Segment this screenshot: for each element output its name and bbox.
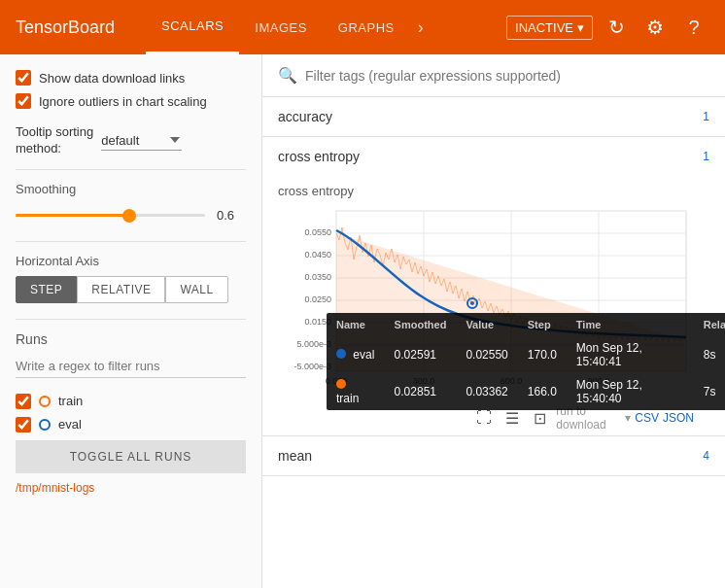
eval-relative: 8s bbox=[694, 336, 725, 373]
toggle-all-runs-button[interactable]: TOGGLE ALL RUNS bbox=[16, 440, 246, 473]
train-relative: 7s bbox=[694, 373, 725, 410]
eval-step: 170.0 bbox=[518, 336, 567, 373]
divider-2 bbox=[16, 241, 246, 242]
runs-section: Runs train eval TOGGLE ALL RUNS /tmp/mni… bbox=[16, 331, 246, 495]
help-button[interactable]: ? bbox=[678, 12, 709, 43]
tag-section-mean: mean 4 bbox=[262, 436, 725, 476]
axis-step-button[interactable]: STEP bbox=[16, 276, 77, 303]
tooltip-row-train: train 0.02851 0.03362 166.0 Mon Sep 12, … bbox=[327, 373, 725, 410]
eval-dot bbox=[336, 349, 346, 359]
tag-cross-entropy-name: cross entropy bbox=[278, 149, 360, 164]
eval-time: Mon Sep 12, 15:40:41 bbox=[567, 336, 694, 373]
divider-3 bbox=[16, 319, 246, 320]
svg-text:0.0550: 0.0550 bbox=[304, 227, 331, 237]
slider-track bbox=[16, 214, 205, 217]
display-options: Show data download links Ignore outliers… bbox=[16, 70, 246, 109]
show-download-links-label: Show data download links bbox=[39, 71, 185, 86]
axis-wall-button[interactable]: WALL bbox=[165, 276, 227, 303]
ignore-outliers-label: Ignore outliers in chart scaling bbox=[39, 94, 207, 109]
smoothing-row: 0.6 bbox=[16, 206, 246, 225]
inactive-dropdown[interactable]: INACTIVE ▾ bbox=[506, 16, 593, 40]
main-nav: SCALARS IMAGES GRAPHS › bbox=[146, 0, 506, 54]
run-eval-dot bbox=[39, 419, 51, 431]
train-dot bbox=[336, 379, 346, 389]
main-content: 🔍 accuracy 1 cross entropy 1 cross entro… bbox=[262, 54, 725, 588]
tooltip-row-eval: eval 0.02591 0.02550 170.0 Mon Sep 12, 1… bbox=[327, 336, 725, 373]
run-eval-checkbox[interactable] bbox=[16, 417, 31, 432]
tag-mean-count: 4 bbox=[703, 449, 709, 463]
settings-button[interactable]: ⚙ bbox=[639, 12, 671, 43]
search-input[interactable] bbox=[305, 68, 709, 84]
smoothing-slider[interactable] bbox=[16, 206, 205, 225]
csv-button[interactable]: CSV bbox=[635, 411, 659, 425]
axis-relative-button[interactable]: RELATIVE bbox=[77, 276, 165, 303]
chart-area: 0.0550 0.0450 0.0350 0.0250 0.0150 5.000… bbox=[278, 206, 709, 400]
tag-mean-name: mean bbox=[278, 448, 312, 464]
divider-1 bbox=[16, 169, 246, 170]
train-name-cell: train bbox=[327, 373, 385, 410]
nav-more-icon[interactable]: › bbox=[410, 17, 432, 38]
axis-buttons: STEP RELATIVE WALL bbox=[16, 276, 246, 303]
inactive-label: INACTIVE bbox=[515, 20, 573, 35]
run-to-download-arrow: ▾ bbox=[625, 411, 631, 425]
json-button[interactable]: JSON bbox=[663, 411, 694, 425]
tag-header-cross-entropy[interactable]: cross entropy 1 bbox=[262, 137, 725, 176]
log-path: /tmp/mnist-logs bbox=[16, 481, 246, 495]
eval-name-cell: eval bbox=[327, 336, 385, 373]
svg-point-23 bbox=[470, 301, 474, 305]
refresh-button[interactable]: ↻ bbox=[601, 12, 632, 43]
nav-scalars[interactable]: SCALARS bbox=[146, 0, 239, 54]
runs-filter-input[interactable] bbox=[16, 355, 246, 378]
tag-cross-entropy-count: 1 bbox=[703, 150, 709, 163]
svg-text:0.0350: 0.0350 bbox=[304, 272, 331, 282]
sidebar: Show data download links Ignore outliers… bbox=[0, 54, 262, 588]
train-smoothed: 0.02851 bbox=[385, 373, 457, 410]
svg-text:0.0450: 0.0450 bbox=[304, 250, 331, 259]
train-step: 166.0 bbox=[518, 373, 567, 410]
horizontal-axis-label: Horizontal Axis bbox=[16, 254, 246, 268]
tag-accuracy-count: 1 bbox=[703, 110, 709, 123]
horizontal-axis-section: Horizontal Axis STEP RELATIVE WALL bbox=[16, 254, 246, 303]
col-step: Step bbox=[518, 313, 567, 336]
chart-title: cross entropy bbox=[278, 184, 709, 198]
search-bar: 🔍 bbox=[262, 54, 725, 97]
show-download-links-row[interactable]: Show data download links bbox=[16, 70, 246, 86]
smoothing-section: Smoothing 0.6 bbox=[16, 182, 246, 225]
train-time: Mon Sep 12, 15:40:40 bbox=[567, 373, 694, 410]
col-time: Time bbox=[567, 313, 694, 336]
logo: TensorBoard bbox=[16, 17, 115, 38]
tag-section-accuracy: accuracy 1 bbox=[262, 97, 725, 137]
slider-thumb[interactable] bbox=[122, 209, 136, 223]
train-value: 0.03362 bbox=[456, 373, 517, 410]
col-smoothed: Smoothed bbox=[385, 313, 457, 336]
nav-graphs[interactable]: GRAPHS bbox=[323, 0, 410, 54]
col-name: Name bbox=[327, 313, 385, 336]
col-relative: Relative bbox=[694, 313, 725, 336]
smoothing-value: 0.6 bbox=[217, 208, 246, 223]
svg-text:0.0250: 0.0250 bbox=[304, 294, 331, 304]
tooltip-sorting-select[interactable]: default ascending descending nearest bbox=[101, 131, 182, 151]
runs-label: Runs bbox=[16, 331, 246, 347]
tooltip-table: Name Smoothed Value Step Time Relative bbox=[327, 313, 725, 410]
header: TensorBoard SCALARS IMAGES GRAPHS › INAC… bbox=[0, 0, 725, 54]
col-value: Value bbox=[456, 313, 517, 336]
tag-accuracy-name: accuracy bbox=[278, 109, 332, 124]
run-item-train: train bbox=[16, 390, 246, 413]
show-download-links-checkbox[interactable] bbox=[16, 70, 31, 86]
slider-fill bbox=[16, 214, 129, 217]
tag-section-cross-entropy: cross entropy 1 cross entropy bbox=[262, 137, 725, 436]
smoothing-label: Smoothing bbox=[16, 182, 246, 196]
run-train-checkbox[interactable] bbox=[16, 394, 31, 409]
run-train-name: train bbox=[58, 394, 83, 408]
tooltip-sorting-label: Tooltip sortingmethod: bbox=[16, 124, 93, 157]
tag-header-accuracy[interactable]: accuracy 1 bbox=[262, 97, 725, 136]
inactive-arrow: ▾ bbox=[577, 20, 584, 35]
search-icon: 🔍 bbox=[278, 66, 297, 85]
eval-smoothed: 0.02591 bbox=[385, 336, 457, 373]
nav-images[interactable]: IMAGES bbox=[239, 0, 323, 54]
run-item-eval: eval bbox=[16, 413, 246, 436]
chart-container: cross entropy bbox=[262, 176, 725, 435]
tag-header-mean[interactable]: mean 4 bbox=[262, 436, 725, 475]
ignore-outliers-checkbox[interactable] bbox=[16, 93, 31, 109]
ignore-outliers-row[interactable]: Ignore outliers in chart scaling bbox=[16, 93, 246, 109]
